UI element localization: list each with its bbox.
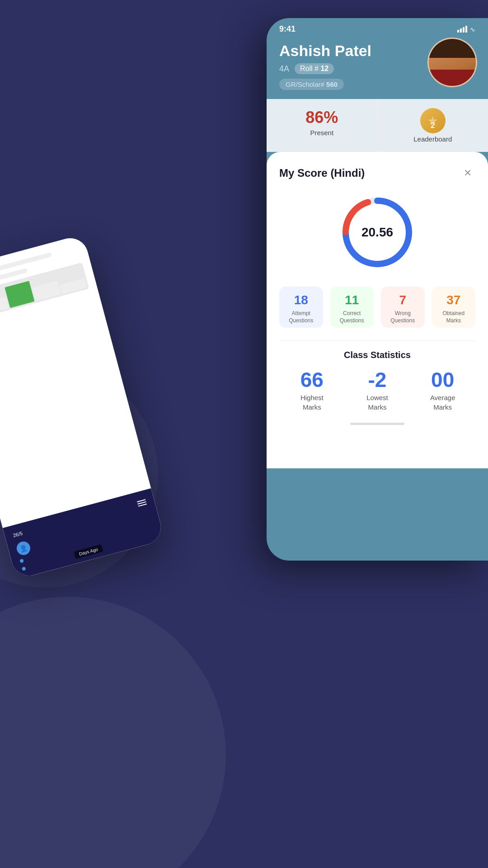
wrong-questions-value: 7 bbox=[385, 293, 420, 307]
lowest-marks-item: -2 LowestMarks bbox=[345, 369, 410, 412]
attendance-label: Present bbox=[271, 129, 373, 137]
avatar-hair bbox=[429, 39, 476, 58]
avatar-face bbox=[429, 39, 476, 86]
correct-questions-label: CorrectQuestions bbox=[335, 310, 370, 324]
wifi-icon: ∿ bbox=[470, 26, 475, 33]
status-bar: 9:41 ∿ bbox=[267, 18, 488, 38]
highest-marks-item: 66 HighestMarks bbox=[279, 369, 345, 412]
leaderboard-stat: ★ 2 Leaderboard bbox=[378, 99, 488, 152]
donut-chart-container: 20.56 bbox=[279, 192, 475, 273]
date-label: 26/5 bbox=[12, 530, 23, 538]
score-card: My Score (Hindi) ✕ 20.56 18 Attem bbox=[267, 152, 488, 468]
divider bbox=[279, 340, 475, 341]
metrics-grid: 18 AttemptQuestions 11 CorrectQuestions … bbox=[279, 287, 475, 328]
signal-icon bbox=[457, 26, 467, 33]
average-marks-label: AverageMarks bbox=[410, 393, 475, 412]
leaderboard-label: Leaderboard bbox=[382, 135, 484, 143]
leaderboard-rank: 2 bbox=[431, 122, 435, 130]
avatar-jacket bbox=[429, 70, 476, 86]
obtained-marks-box: 37 ObtainedMarks bbox=[432, 287, 476, 328]
class-stats-title: Class Statistics bbox=[279, 350, 475, 360]
bottom-handle bbox=[279, 423, 475, 425]
lowest-marks-label: LowestMarks bbox=[345, 393, 410, 412]
average-marks-item: 00 AverageMarks bbox=[410, 369, 475, 412]
highest-marks-label: HighestMarks bbox=[279, 393, 345, 412]
score-card-title: My Score (Hindi) bbox=[279, 167, 365, 179]
correct-questions-box: 11 CorrectQuestions bbox=[330, 287, 374, 328]
main-phone: 9:41 ∿ Ashish Patel 4A Roll # 12 bbox=[267, 18, 488, 561]
user-avatar-icon: 👤 bbox=[15, 540, 32, 557]
obtained-marks-label: ObtainedMarks bbox=[436, 310, 471, 324]
wrong-questions-label: WrongQuestions bbox=[385, 310, 420, 324]
attempt-questions-box: 18 AttemptQuestions bbox=[279, 287, 323, 328]
attempt-questions-value: 18 bbox=[284, 293, 319, 307]
roll-badge: Roll # 12 bbox=[295, 63, 334, 74]
bg-decoration-1 bbox=[0, 597, 226, 868]
obtained-marks-value: 37 bbox=[436, 293, 471, 307]
handle-bar bbox=[350, 423, 404, 425]
leaderboard-badge: ★ 2 bbox=[420, 108, 446, 133]
status-icons: ∿ bbox=[457, 26, 475, 33]
score-card-header: My Score (Hindi) ✕ bbox=[279, 165, 475, 181]
average-marks-value: 00 bbox=[410, 369, 475, 390]
stats-row: 86% Present ★ 2 Leaderboard bbox=[267, 99, 488, 152]
profile-header: Ashish Patel 4A Roll # 12 GR/Scholar# 56… bbox=[267, 38, 488, 99]
nav-dot bbox=[22, 566, 26, 571]
close-button[interactable]: ✕ bbox=[460, 165, 475, 181]
score-donut-value: 20.56 bbox=[361, 225, 393, 240]
attempt-questions-label: AttemptQuestions bbox=[284, 310, 319, 324]
background-phone: Dec 000/- PAID 5000/- PAID 26/5 👤 Days A… bbox=[0, 234, 165, 580]
class-stats-row: 66 HighestMarks -2 LowestMarks 00 Averag… bbox=[279, 369, 475, 412]
avatar bbox=[427, 38, 477, 87]
correct-questions-value: 11 bbox=[335, 293, 370, 307]
attendance-stat: 86% Present bbox=[267, 99, 378, 152]
highest-marks-value: 66 bbox=[279, 369, 345, 390]
class-label: 4A bbox=[279, 64, 289, 74]
nav-dot bbox=[19, 559, 24, 563]
donut-chart: 20.56 bbox=[337, 192, 418, 273]
hamburger-icon bbox=[137, 499, 147, 507]
scholar-badge: GR/Scholar# 560 bbox=[279, 79, 344, 90]
status-time: 9:41 bbox=[279, 24, 296, 34]
lowest-marks-value: -2 bbox=[345, 369, 410, 390]
attendance-value: 86% bbox=[271, 108, 373, 127]
wrong-questions-box: 7 WrongQuestions bbox=[381, 287, 425, 328]
